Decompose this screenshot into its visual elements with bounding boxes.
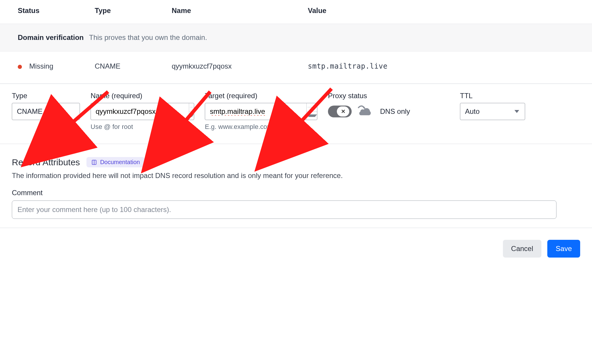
label-name: Name (required): [91, 92, 194, 100]
col-header-status: Status: [18, 7, 95, 15]
chevron-down-icon: [47, 103, 63, 120]
x-icon: ✕: [341, 109, 345, 114]
target-stepper[interactable]: [306, 103, 317, 120]
chevron-up-icon: [189, 103, 194, 112]
save-button[interactable]: Save: [547, 240, 580, 258]
status-dot-icon: [18, 65, 22, 69]
cell-name: qyymkxuzcf7pqosx: [172, 62, 308, 70]
cloud-off-icon: [358, 105, 374, 118]
documentation-link[interactable]: Documentation: [86, 157, 145, 167]
cell-status: Missing: [18, 62, 95, 70]
section-title: Domain verification: [18, 33, 84, 42]
name-input-wrap: [91, 103, 194, 120]
cancel-button[interactable]: Cancel: [503, 240, 542, 258]
page-root: Status Type Name Value Domain verificati…: [0, 0, 592, 275]
name-input[interactable]: [91, 103, 189, 120]
ttl-select-value: Auto: [460, 103, 509, 120]
target-hint: E.g. www.example.com: [205, 123, 317, 131]
form-footer: Cancel Save: [0, 228, 592, 275]
field-name: Name (required) Use @ for root: [91, 92, 194, 131]
table-row: Missing CNAME qyymkxuzcf7pqosx smtp.mail…: [0, 51, 592, 84]
book-icon: [91, 159, 97, 165]
field-target: Target (required) E.g. www.example.com: [205, 92, 317, 131]
label-ttl: TTL: [460, 92, 525, 100]
col-header-value: Value: [308, 7, 574, 15]
field-ttl: TTL Auto: [460, 92, 525, 120]
field-proxy: Proxy status ✕ DNS only: [328, 92, 449, 120]
cell-value: smtp.mailtrap.live: [308, 62, 574, 70]
label-proxy: Proxy status: [328, 92, 449, 100]
chevron-down-icon: [509, 103, 525, 120]
chevron-up-icon: [307, 103, 317, 112]
cell-type: CNAME: [95, 62, 172, 70]
record-attributes: Record Attributes Documentation The info…: [0, 144, 592, 228]
field-type: Type CNAME: [12, 92, 80, 120]
section-subtitle: This proves that you own the domain.: [89, 33, 207, 42]
col-header-name: Name: [172, 7, 308, 15]
target-input[interactable]: [205, 103, 306, 120]
dns-form: Type CNAME Name (required) Use @ for roo…: [0, 84, 592, 144]
col-header-type: Type: [95, 7, 172, 15]
target-input-wrap: [205, 103, 317, 120]
proxy-toggle[interactable]: ✕: [328, 106, 352, 117]
label-target: Target (required): [205, 92, 317, 100]
type-select-value: CNAME: [12, 103, 47, 120]
attributes-description: The information provided here will not i…: [12, 172, 580, 180]
documentation-label: Documentation: [100, 159, 140, 166]
status-text: Missing: [29, 62, 53, 70]
proxy-state-text: DNS only: [380, 107, 410, 116]
source-table: Status Type Name Value Domain verificati…: [0, 0, 592, 84]
label-type: Type: [12, 92, 80, 100]
chevron-down-icon: [189, 112, 194, 120]
source-table-header: Status Type Name Value: [0, 0, 592, 24]
comment-input[interactable]: [12, 200, 556, 219]
name-hint: Use @ for root: [91, 123, 194, 131]
name-stepper[interactable]: [189, 103, 194, 120]
attributes-heading: Record Attributes: [12, 157, 80, 167]
comment-label: Comment: [12, 189, 580, 197]
ttl-select[interactable]: Auto: [460, 103, 525, 120]
section-domain-verification: Domain verification This proves that you…: [0, 24, 592, 51]
toggle-knob: ✕: [337, 106, 349, 117]
type-select[interactable]: CNAME: [12, 103, 80, 120]
chevron-down-icon: [307, 112, 317, 120]
